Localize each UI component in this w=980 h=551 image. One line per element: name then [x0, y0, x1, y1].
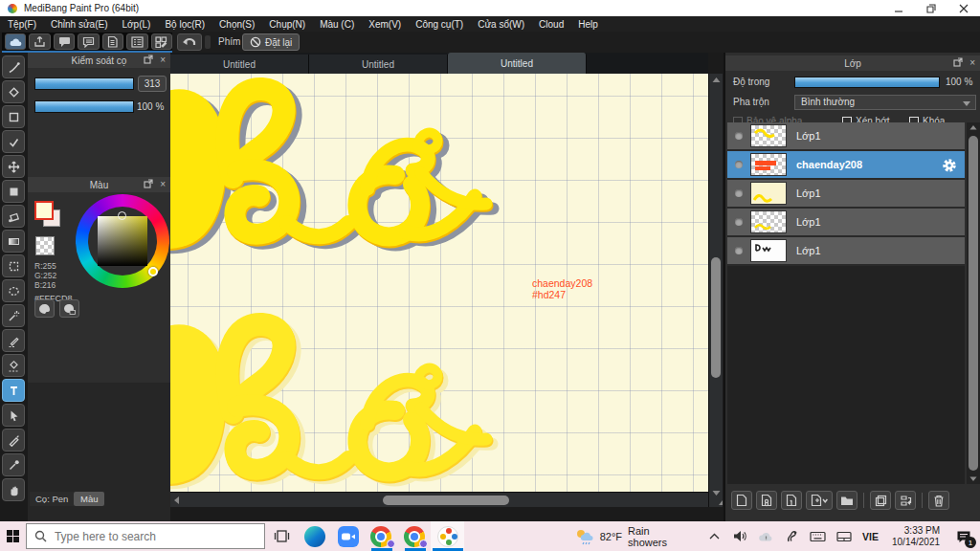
bucket-tool[interactable] [2, 205, 25, 228]
popout-icon[interactable] [953, 57, 963, 67]
tray-expand-button[interactable] [702, 521, 727, 551]
gradient-tool[interactable] [2, 230, 25, 253]
add-layer-menu-button[interactable] [806, 491, 833, 510]
ink-workspace-button[interactable] [779, 521, 805, 551]
menu-help[interactable]: Help [578, 19, 598, 30]
hue-marker[interactable] [148, 267, 158, 276]
close-panel-icon[interactable]: × [160, 179, 166, 190]
layer-visibility-dot[interactable] [735, 218, 743, 226]
taskbar-search[interactable] [26, 523, 265, 549]
palette-edit-button[interactable] [59, 299, 79, 318]
action-center-button[interactable]: 1 [947, 521, 980, 551]
canvas-vscroll-thumb[interactable] [711, 257, 721, 378]
popout-icon[interactable] [144, 179, 153, 188]
menu-tools[interactable]: Công cụ(T) [415, 19, 463, 30]
taskbar-clock[interactable]: 3:33 PM 10/14/2021 [884, 525, 947, 548]
transparent-color-swatch[interactable] [35, 236, 55, 255]
start-button[interactable] [0, 521, 26, 551]
close-panel-icon[interactable]: × [160, 55, 166, 66]
color-wheel[interactable] [76, 194, 169, 288]
text-tool[interactable] [2, 379, 25, 402]
lasso-tool[interactable] [2, 279, 25, 302]
menu-color[interactable]: Màu (C) [320, 19, 354, 30]
brush-tool[interactable] [2, 55, 25, 78]
close-button[interactable] [947, 0, 980, 16]
touchpad-button[interactable] [831, 521, 857, 551]
select-rect-tool[interactable] [2, 254, 25, 277]
layer-row-4[interactable]: Lớp1 [727, 209, 965, 237]
blend-mode-select[interactable]: Bình thường [794, 95, 976, 110]
touch-keyboard-button[interactable] [805, 521, 831, 551]
document-button[interactable] [102, 33, 123, 50]
move-tool[interactable] [2, 155, 25, 178]
layer-settings-gear-icon[interactable] [942, 158, 957, 173]
menu-capture[interactable]: Chụp(N) [269, 19, 305, 30]
language-indicator[interactable]: VIE [857, 531, 884, 542]
sv-marker[interactable] [118, 211, 126, 220]
menu-edit[interactable]: Chỉnh sửa(E) [51, 19, 108, 30]
medibang-taskbar-button[interactable] [431, 521, 464, 551]
fill-shape-tool[interactable] [2, 180, 25, 203]
magic-wand-tool[interactable] [2, 304, 25, 327]
cloud-sync-button[interactable] [5, 33, 26, 50]
hand-tool[interactable] [2, 478, 25, 501]
snap-tool[interactable] [2, 130, 25, 153]
layer-scroll-thumb[interactable] [969, 136, 978, 471]
layer-visibility-dot[interactable] [735, 189, 743, 197]
grid-edit-button[interactable] [151, 33, 172, 50]
eyedropper-tool[interactable] [2, 453, 25, 476]
divide-tool[interactable] [2, 429, 25, 452]
new-1bit-layer-button[interactable] [781, 491, 802, 510]
zoom-taskbar-button[interactable] [331, 521, 365, 551]
toolbar-splitter[interactable] [205, 35, 211, 49]
menu-cloud[interactable]: Cloud [539, 19, 564, 30]
chat-button[interactable] [54, 33, 75, 50]
menu-layer[interactable]: Lớp(L) [122, 19, 151, 30]
menu-select[interactable]: Chọn(S) [219, 19, 255, 30]
palette-button[interactable] [34, 299, 55, 318]
menu-view[interactable]: Xem(V) [368, 19, 401, 30]
checklist-button[interactable] [126, 33, 147, 50]
brush-size-value[interactable]: 313 [138, 76, 167, 92]
merge-layer-button[interactable] [895, 491, 916, 510]
new-8bit-layer-button[interactable] [756, 491, 777, 510]
upload-button[interactable] [29, 33, 50, 50]
layer-visibility-dot[interactable] [735, 132, 743, 140]
edge-taskbar-button[interactable] [299, 521, 332, 551]
duplicate-layer-button[interactable] [870, 491, 891, 510]
drawing-canvas[interactable]: chaenday208 #hd247 [170, 74, 708, 492]
weather-widget[interactable]: 82°F Rain showers [574, 525, 688, 548]
tab-untitled-1[interactable]: Untitled [170, 55, 309, 74]
tab-untitled-2[interactable]: Untitled [309, 55, 448, 74]
comment-button[interactable] [78, 33, 99, 50]
menu-window[interactable]: Cửa sổ(W) [478, 19, 524, 30]
layer-row-1[interactable]: Lớp1 [727, 122, 965, 151]
delete-layer-button[interactable] [928, 491, 949, 510]
eraser-tool[interactable] [2, 80, 25, 103]
onedrive-button[interactable] [753, 521, 779, 551]
search-input[interactable] [55, 530, 246, 543]
close-panel-icon[interactable]: × [969, 57, 975, 69]
layer-row-2-selected[interactable]: chaenday208 [727, 151, 965, 180]
operation-tool[interactable] [2, 404, 25, 427]
undo-button[interactable] [177, 33, 202, 51]
brush-opacity-slider[interactable] [34, 100, 134, 113]
color-status-button[interactable]: Màu [74, 492, 104, 506]
task-view-button[interactable] [265, 521, 299, 551]
menu-file[interactable]: Tệp(F) [8, 19, 36, 30]
restore-button[interactable] [915, 0, 947, 16]
layer-opacity-slider[interactable] [794, 77, 940, 88]
foreground-color-swatch[interactable] [34, 201, 54, 220]
layer-row-5[interactable]: Lớp1 [727, 237, 965, 266]
canvas-vscrollbar[interactable] [708, 74, 723, 507]
volume-button[interactable] [727, 521, 753, 551]
brush-size-slider[interactable] [34, 77, 134, 90]
tab-untitled-3-active[interactable]: Untitled [448, 53, 587, 74]
layer-folder-button[interactable] [836, 491, 858, 510]
reset-keys-button[interactable]: Đặt lại [242, 33, 300, 51]
layer-row-3[interactable]: Lớp1 [727, 180, 965, 209]
new-layer-button[interactable] [731, 491, 752, 510]
chrome-taskbar-button-2[interactable] [398, 521, 432, 551]
canvas-hscroll-thumb[interactable] [383, 496, 509, 505]
layer-visibility-dot[interactable] [735, 161, 743, 168]
